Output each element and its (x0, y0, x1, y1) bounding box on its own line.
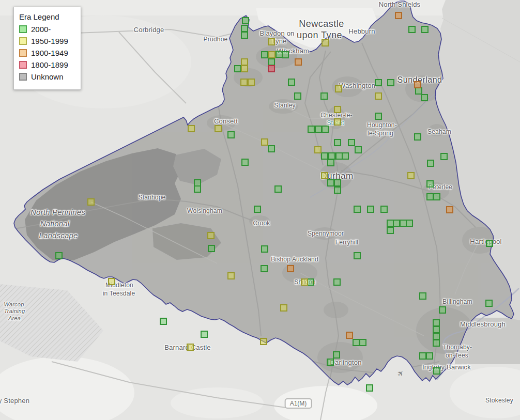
era-marker-e2000[interactable] (486, 240, 493, 247)
era-marker-e2000[interactable] (380, 206, 388, 213)
era-marker-e1950[interactable] (268, 38, 275, 45)
era-marker-e2000[interactable] (366, 384, 373, 392)
era-marker-e1950[interactable] (261, 138, 268, 146)
era-marker-e2000[interactable] (334, 139, 341, 146)
era-marker-e2000[interactable] (268, 145, 275, 152)
era-marker-e2000[interactable] (433, 333, 440, 340)
era-marker-e2000[interactable] (433, 367, 440, 375)
era-marker-e2000[interactable] (261, 265, 268, 272)
era-marker-e2000[interactable] (426, 193, 434, 200)
era-marker-e2000[interactable] (440, 153, 448, 160)
era-marker-e2000[interactable] (354, 252, 361, 259)
era-marker-e2000[interactable] (334, 186, 341, 194)
era-marker-e2000[interactable] (375, 79, 382, 86)
era-marker-e1900[interactable] (346, 332, 353, 339)
era-marker-e2000[interactable] (241, 159, 249, 166)
era-marker-e2000[interactable] (393, 220, 400, 227)
era-marker-e2000[interactable] (208, 245, 215, 252)
era-marker-e2000[interactable] (419, 292, 426, 300)
era-marker-e2000[interactable] (419, 352, 426, 360)
map-canvas[interactable]: HexhamCorbridgePrudhoeNorth ShieldsNewca… (0, 0, 520, 420)
era-marker-e2000[interactable] (241, 25, 248, 32)
era-marker-e2000[interactable] (355, 146, 362, 153)
era-marker-e1950[interactable] (268, 51, 276, 58)
era-marker-e2000[interactable] (55, 252, 63, 259)
era-marker-e2000[interactable] (320, 92, 328, 100)
era-marker-e1950[interactable] (240, 79, 248, 86)
era-marker-e2000[interactable] (342, 152, 349, 160)
era-marker-e2000[interactable] (254, 206, 261, 213)
era-marker-e2000[interactable] (268, 58, 275, 66)
era-marker-e1950[interactable] (301, 278, 308, 286)
era-marker-e2000[interactable] (433, 193, 440, 200)
era-marker-e2000[interactable] (421, 94, 428, 101)
era-marker-e2000[interactable] (433, 339, 440, 347)
era-marker-e1950[interactable] (334, 106, 341, 113)
era-marker-e2000[interactable] (433, 319, 440, 326)
era-marker-e2000[interactable] (408, 26, 416, 33)
era-marker-e1950[interactable] (207, 232, 215, 239)
era-marker-e1950[interactable] (241, 65, 248, 72)
era-marker-e2000[interactable] (327, 159, 334, 166)
era-marker-e2000[interactable] (415, 87, 422, 95)
era-marker-e2000[interactable] (433, 326, 440, 333)
era-marker-e2000[interactable] (201, 331, 208, 338)
era-marker-e1900[interactable] (414, 81, 421, 88)
era-marker-e2000[interactable] (315, 126, 322, 133)
era-marker-e1950[interactable] (227, 272, 235, 279)
era-marker-e2000[interactable] (421, 26, 429, 33)
era-marker-e2000[interactable] (321, 152, 328, 160)
era-marker-e2000[interactable] (359, 339, 366, 346)
era-marker-e2000[interactable] (227, 131, 235, 138)
era-marker-e2000[interactable] (194, 185, 201, 193)
era-marker-e1950[interactable] (241, 58, 248, 66)
era-marker-e2000[interactable] (328, 152, 335, 160)
era-marker-e2000[interactable] (327, 359, 334, 366)
era-marker-e1950[interactable] (314, 146, 322, 153)
era-marker-e1950[interactable] (334, 118, 341, 126)
era-marker-e2000[interactable] (334, 179, 341, 186)
era-marker-e1950[interactable] (215, 125, 222, 132)
era-marker-e2000[interactable] (354, 206, 361, 213)
era-marker-e2000[interactable] (426, 352, 433, 360)
era-marker-e2000[interactable] (160, 318, 167, 325)
era-marker-e2000[interactable] (485, 300, 493, 307)
era-marker-e1950[interactable] (248, 79, 255, 86)
era-marker-e1950[interactable] (321, 172, 328, 179)
era-marker-e1900[interactable] (287, 265, 294, 272)
era-marker-e1950[interactable] (260, 338, 267, 345)
era-marker-e2000[interactable] (367, 206, 374, 213)
era-marker-e2000[interactable] (261, 245, 268, 253)
era-marker-e1900[interactable] (295, 58, 302, 66)
era-marker-e2000[interactable] (333, 278, 341, 286)
era-marker-e2000[interactable] (348, 139, 355, 146)
era-marker-e2000[interactable] (241, 32, 248, 39)
era-marker-e1950[interactable] (280, 304, 287, 312)
era-marker-e1950[interactable] (335, 85, 342, 92)
era-marker-e2000[interactable] (234, 65, 241, 72)
era-marker-e2000[interactable] (353, 339, 360, 346)
era-marker-e2000[interactable] (333, 351, 340, 359)
era-marker-e2000[interactable] (387, 227, 394, 234)
era-marker-e2000[interactable] (307, 278, 314, 286)
era-marker-e2000[interactable] (274, 185, 282, 193)
era-marker-e2000[interactable] (427, 160, 434, 167)
era-marker-e2000[interactable] (294, 92, 301, 100)
era-marker-e1950[interactable] (188, 125, 195, 132)
era-marker-e1900[interactable] (395, 12, 402, 19)
era-marker-e2000[interactable] (322, 126, 329, 133)
era-marker-e1950[interactable] (322, 39, 329, 46)
era-marker-e2000[interactable] (406, 220, 413, 227)
era-marker-e2000[interactable] (242, 17, 249, 24)
era-marker-e2000[interactable] (375, 113, 382, 120)
era-marker-e2000[interactable] (282, 51, 289, 58)
era-marker-e1800[interactable] (268, 65, 275, 72)
era-marker-e1950[interactable] (187, 344, 194, 351)
era-marker-e2000[interactable] (261, 51, 268, 58)
era-marker-e1950[interactable] (407, 172, 415, 179)
era-marker-e2000[interactable] (327, 179, 334, 186)
era-marker-e1950[interactable] (108, 278, 115, 285)
era-marker-e2000[interactable] (439, 306, 446, 314)
era-marker-e1950[interactable] (87, 198, 95, 206)
era-marker-e2000[interactable] (426, 180, 434, 188)
